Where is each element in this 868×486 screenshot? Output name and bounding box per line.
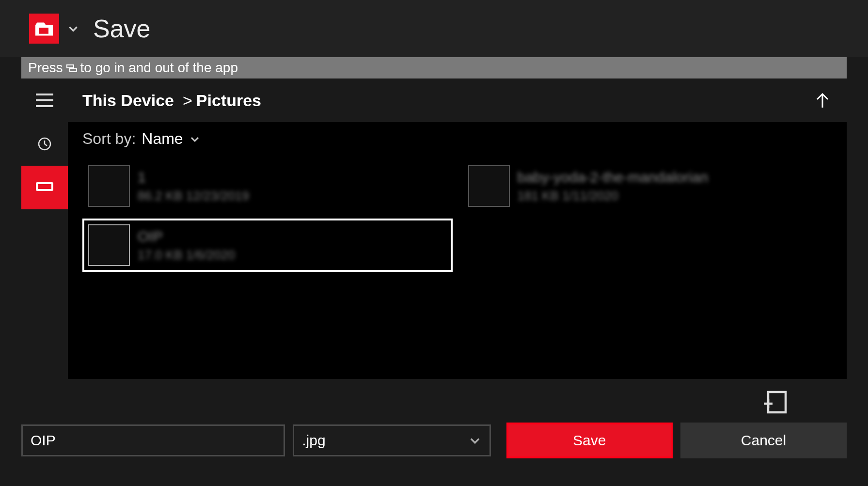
chevron-down-icon <box>468 434 482 447</box>
file-thumbnail <box>88 224 130 266</box>
app-header: Save <box>0 0 868 57</box>
new-folder-button[interactable] <box>759 386 789 415</box>
sort-value: Name <box>142 130 183 148</box>
cancel-label: Cancel <box>741 432 786 449</box>
up-button[interactable] <box>808 86 837 115</box>
hint-prefix: Press <box>28 60 63 76</box>
file-picker-panel: This Device > Pictures Sort by: Name 1 8… <box>21 78 847 379</box>
breadcrumb-current[interactable]: Pictures <box>196 91 261 110</box>
more-button[interactable] <box>808 386 837 415</box>
app-dropdown[interactable] <box>67 22 79 35</box>
side-rail <box>21 78 68 379</box>
svg-point-12 <box>809 398 815 404</box>
file-text: baby-yoda-2-the-mandalorian 181 KB 1/11/… <box>518 169 709 204</box>
svg-rect-0 <box>67 65 74 68</box>
sort-bar: Sort by: Name <box>68 122 847 153</box>
chevron-down-icon <box>189 133 201 145</box>
file-meta: 181 KB 1/11/2020 <box>518 188 709 204</box>
hint-bar: Press to go in and out of the app <box>21 57 847 78</box>
file-item[interactable]: baby-yoda-2-the-mandalorian 181 KB 1/11/… <box>462 159 833 213</box>
file-text: 1 86.2 KB 12/23/2019 <box>138 169 249 204</box>
hint-suffix: to go in and out of the app <box>80 60 238 76</box>
hamburger-button[interactable] <box>21 78 68 122</box>
breadcrumb-separator: > <box>183 91 192 110</box>
sort-dropdown[interactable]: Sort by: Name <box>82 130 201 148</box>
file-item[interactable]: OIP 17.0 KB 1/6/2020 <box>82 219 453 272</box>
file-thumbnail <box>468 165 510 207</box>
page-title: Save <box>93 14 151 43</box>
sort-label: Sort by: <box>82 130 136 148</box>
filetype-select[interactable]: .jpg <box>293 424 490 456</box>
file-name: 1 <box>138 169 249 186</box>
save-label: Save <box>573 432 606 449</box>
file-thumbnail <box>88 165 130 207</box>
this-device-button[interactable] <box>21 166 68 209</box>
file-grid: 1 86.2 KB 12/23/2019 baby-yoda-2-the-man… <box>68 153 847 379</box>
file-meta: 86.2 KB 12/23/2019 <box>138 188 249 204</box>
breadcrumb-root[interactable]: This Device <box>82 91 174 110</box>
file-name: OIP <box>138 228 235 245</box>
app-icon <box>29 14 59 44</box>
file-item[interactable]: 1 86.2 KB 12/23/2019 <box>82 159 453 213</box>
svg-rect-9 <box>768 392 786 412</box>
save-button[interactable]: Save <box>506 423 673 458</box>
tab-key-icon <box>66 62 78 74</box>
picker-toolbar <box>21 379 847 423</box>
breadcrumb-bar: This Device > Pictures <box>68 78 847 122</box>
svg-rect-1 <box>70 69 77 72</box>
svg-point-14 <box>830 398 836 404</box>
svg-point-13 <box>820 398 825 404</box>
file-meta: 17.0 KB 1/6/2020 <box>138 248 235 263</box>
panel-content: This Device > Pictures Sort by: Name 1 8… <box>68 78 847 379</box>
action-bar: .jpg Save Cancel <box>21 423 847 458</box>
filetype-value: .jpg <box>302 432 325 449</box>
filename-input[interactable] <box>21 424 285 456</box>
cancel-button[interactable]: Cancel <box>680 423 847 458</box>
file-text: OIP 17.0 KB 1/6/2020 <box>138 228 235 263</box>
recent-button[interactable] <box>21 122 68 166</box>
svg-rect-7 <box>38 184 51 189</box>
file-name: baby-yoda-2-the-mandalorian <box>518 169 709 186</box>
